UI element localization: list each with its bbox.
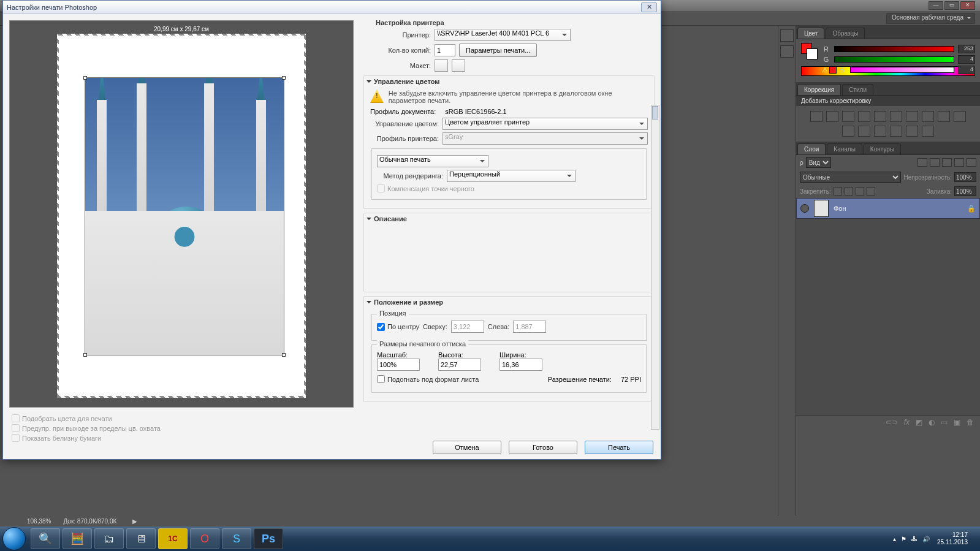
disclosure-triangle-icon[interactable] xyxy=(367,218,371,222)
nearest-color-swatch[interactable] xyxy=(829,66,837,74)
disclosure-triangle-icon[interactable] xyxy=(367,301,371,306)
b-value[interactable]: 4 xyxy=(958,66,975,74)
link-icon[interactable]: ⊂⊃ xyxy=(886,418,898,427)
clock-time[interactable]: 12:17 xyxy=(937,531,968,539)
adjustment-icon[interactable] xyxy=(858,111,870,122)
minimize-button[interactable]: — xyxy=(929,1,943,10)
color-handling-select[interactable]: Цветом управляет принтер xyxy=(443,118,648,130)
taskbar-app[interactable]: 🧮 xyxy=(63,528,92,549)
tab-channels[interactable]: Каналы xyxy=(827,143,862,154)
adjustment-icon[interactable] xyxy=(922,126,934,137)
layer-row-background[interactable]: Фон 🔒 xyxy=(796,198,980,219)
adjustment-icon[interactable] xyxy=(938,111,950,122)
resize-handle[interactable] xyxy=(282,76,286,80)
r-value[interactable]: 253 xyxy=(958,45,975,53)
dialog-close-button[interactable]: ✕ xyxy=(641,2,657,12)
clock-date[interactable]: 25.11.2013 xyxy=(937,539,968,546)
taskbar-app-skype[interactable]: S xyxy=(222,528,251,549)
opacity-input[interactable] xyxy=(954,172,976,182)
lock-position-icon[interactable] xyxy=(856,187,864,196)
blend-mode-select[interactable]: Обычные xyxy=(800,172,901,183)
lock-paint-icon[interactable] xyxy=(845,187,853,196)
fill-input[interactable] xyxy=(954,186,976,196)
adjustment-icon[interactable] xyxy=(890,111,902,122)
filter-icon[interactable] xyxy=(967,158,976,167)
taskbar-app[interactable]: 🔍 xyxy=(31,528,60,549)
adjustment-icon[interactable] xyxy=(826,111,838,122)
trash-icon[interactable]: 🗑 xyxy=(967,418,974,427)
tray-volume-icon[interactable]: 🔊 xyxy=(922,536,930,542)
filter-icon[interactable] xyxy=(942,158,952,167)
printer-select[interactable]: \\SRV2\HP LaserJet 400 M401 PCL 6 xyxy=(435,29,571,41)
center-checkbox[interactable]: По центру xyxy=(377,323,419,331)
tab-styles[interactable]: Стили xyxy=(842,84,873,95)
orientation-portrait-icon[interactable] xyxy=(435,59,448,72)
b-slider[interactable] xyxy=(850,67,954,73)
adjustment-icon[interactable] xyxy=(842,126,854,137)
filter-icon[interactable] xyxy=(917,158,927,167)
cancel-button[interactable]: Отмена xyxy=(433,441,501,454)
r-slider[interactable] xyxy=(834,46,954,52)
zoom-value[interactable]: 106,38% xyxy=(27,518,51,525)
fx-icon[interactable]: fx xyxy=(904,418,910,427)
print-button[interactable]: Печать xyxy=(585,441,653,454)
status-menu-arrow[interactable]: ▶ xyxy=(132,518,137,525)
resize-handle[interactable] xyxy=(282,353,286,357)
resize-handle[interactable] xyxy=(83,76,87,80)
show-paper-white-checkbox[interactable]: Показать белизну бумаги xyxy=(12,434,351,442)
adjustment-icon[interactable] xyxy=(858,126,870,137)
adjustment-icon[interactable] xyxy=(954,111,966,122)
adjustment-icon[interactable] xyxy=(906,111,918,122)
height-input[interactable] xyxy=(438,359,481,371)
layer-filter-kind[interactable]: Вид xyxy=(806,157,831,168)
taskbar-app-photoshop[interactable]: Ps xyxy=(254,528,283,549)
adjustment-icon[interactable] xyxy=(890,126,902,137)
taskbar-app-opera[interactable]: O xyxy=(190,528,219,549)
tray-show-hidden-icon[interactable]: ▴ xyxy=(893,536,896,542)
print-params-button[interactable]: Параметры печати... xyxy=(459,44,537,57)
panel-icon[interactable] xyxy=(780,45,794,58)
tab-color[interactable]: Цвет xyxy=(797,28,824,39)
lock-transparency-icon[interactable] xyxy=(834,187,842,196)
workspace-picker[interactable]: Основная рабочая среда xyxy=(886,13,975,24)
tab-layers[interactable]: Слои xyxy=(797,143,826,154)
adjustment-icon[interactable] xyxy=(874,111,886,122)
taskbar-app[interactable]: 🖥 xyxy=(126,528,156,549)
adjustment-icon[interactable] xyxy=(906,126,918,137)
new-layer-icon[interactable]: ▣ xyxy=(954,418,960,427)
mask-icon[interactable]: ◩ xyxy=(916,418,922,427)
tab-swatches[interactable]: Образцы xyxy=(826,28,865,39)
adjustment-icon[interactable] xyxy=(922,111,934,122)
rendering-select[interactable]: Перцепционный xyxy=(447,170,575,182)
filter-icon[interactable] xyxy=(930,158,940,167)
fit-media-checkbox[interactable]: Подогнать под формат листа xyxy=(377,375,479,383)
gamut-warning-checkbox[interactable]: Предупр. при выходе за пределы цв. охват… xyxy=(12,424,351,432)
scale-input[interactable] xyxy=(377,359,420,371)
adjustment-layer-icon[interactable]: ◐ xyxy=(929,418,935,427)
done-button[interactable]: Готово xyxy=(509,441,577,454)
print-type-select[interactable]: Обычная печать xyxy=(377,155,488,167)
tab-adjustments[interactable]: Коррекция xyxy=(797,84,841,95)
app-close-button[interactable]: ✕ xyxy=(960,1,975,10)
eye-icon[interactable] xyxy=(800,204,809,213)
adjustment-icon[interactable] xyxy=(842,111,854,122)
panel-icon[interactable] xyxy=(780,29,794,42)
match-print-colors-checkbox[interactable]: Подобрать цвета для печати xyxy=(12,414,351,422)
orientation-landscape-icon[interactable] xyxy=(452,59,465,72)
adjustment-icon[interactable] xyxy=(874,126,886,137)
filter-icon[interactable] xyxy=(954,158,964,167)
lock-all-icon[interactable] xyxy=(867,187,875,196)
width-input[interactable] xyxy=(499,359,542,371)
maximize-button[interactable]: ▭ xyxy=(944,1,959,10)
background-swatch[interactable] xyxy=(807,48,818,59)
disclosure-triangle-icon[interactable] xyxy=(367,80,371,85)
tray-network-icon[interactable]: 🖧 xyxy=(911,536,917,542)
group-icon[interactable]: ▭ xyxy=(941,418,948,427)
g-slider[interactable] xyxy=(834,56,954,63)
settings-scrollbar[interactable] xyxy=(651,105,659,430)
copies-input[interactable] xyxy=(435,44,455,56)
taskbar-app[interactable]: 1C xyxy=(158,528,188,549)
taskbar-app[interactable]: 🗂 xyxy=(94,528,124,549)
tray-flag-icon[interactable]: ⚑ xyxy=(901,536,906,542)
g-value[interactable]: 4 xyxy=(958,55,975,64)
